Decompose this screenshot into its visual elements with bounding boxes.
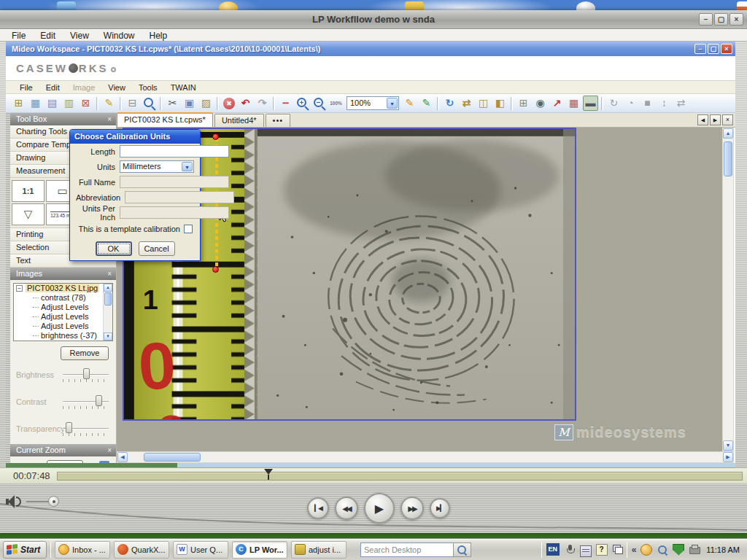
video-frame[interactable]: Mideo Workspace - PICT0032 KS Lt.cpws* (…	[6, 42, 735, 467]
toolbox-close-icon: ×	[107, 113, 112, 125]
scroll-up-icon[interactable]: ▲	[723, 128, 733, 139]
skip-start-button[interactable]: ▎◀	[307, 497, 329, 519]
language-bar-icon[interactable]	[580, 545, 592, 557]
calibration-measure-line[interactable]	[215, 138, 218, 271]
microphone-icon[interactable]	[564, 544, 576, 556]
taskbar-task-button[interactable]: W User Q...	[173, 541, 228, 559]
vertical-scroll-thumb[interactable]	[724, 141, 732, 176]
workspace-title: Mideo Workspace - PICT0032 KS Lt.cpws* (…	[12, 44, 320, 53]
separator	[160, 97, 162, 110]
flip-icon: ⇄	[459, 96, 474, 111]
tab-untitled4: Untitled4*	[214, 114, 264, 127]
tree-scrollbar: ▲ ▼	[103, 284, 112, 341]
delete-annotation-icon: ✖	[223, 98, 235, 109]
canvas-horizontal-scrollbar[interactable]: ◀ ▶	[117, 451, 734, 463]
start-button[interactable]: Start	[3, 541, 47, 559]
taskbar-clock: 11:18 AM	[705, 545, 744, 554]
separator	[511, 97, 513, 110]
tree-child-item: contrast (78)	[14, 293, 112, 303]
playback-time: 00:07:48	[13, 470, 50, 481]
length-input[interactable]	[120, 145, 229, 158]
workspace-menu-item: File	[13, 83, 39, 92]
units-per-inch-label: Units Per Inch	[76, 204, 120, 222]
taskbar-task-button[interactable]: QuarkX...	[114, 541, 169, 559]
length-label: Length	[76, 147, 120, 156]
measure-endpoint-top[interactable]	[212, 133, 219, 140]
player-menu-item[interactable]: View	[63, 31, 96, 41]
current-zoom-panel-header: Current Zoom ×	[10, 444, 116, 456]
horizontal-scroll-thumb[interactable]	[144, 453, 201, 462]
full-name-input	[120, 176, 229, 188]
thumbnail-view-icon: ▦	[28, 96, 43, 111]
slider-thumb	[66, 422, 72, 433]
undo-icon: ↶	[238, 96, 253, 111]
volume-knob[interactable]	[48, 496, 59, 507]
choose-calibration-units-dialog: Choose Calibration Units Length Units Mi…	[69, 129, 201, 261]
scroll-right-icon[interactable]: ▶	[723, 452, 733, 462]
taskbar-separator	[541, 542, 542, 558]
ok-button[interactable]: OK	[96, 241, 132, 256]
units-select[interactable]: Millimeters ▾	[120, 160, 194, 173]
template-calibration-checkbox[interactable]	[184, 225, 193, 233]
calibrate-line-icon: ╌	[278, 96, 293, 111]
workspace-menu-item: Tools	[132, 83, 164, 92]
window-arrange-icon[interactable]	[612, 544, 622, 556]
workspace-restore-button: ▢	[708, 44, 719, 54]
player-menu-item[interactable]: File	[4, 31, 33, 41]
edit-save-icon: ▥	[61, 96, 77, 111]
windows-flag-icon	[7, 544, 18, 555]
clock-tray-icon[interactable]	[640, 544, 652, 556]
player-minimize-button[interactable]: –	[699, 13, 713, 26]
taskbar-task-button[interactable]: adjust i...	[291, 541, 347, 559]
dialog-title-bar[interactable]: Choose Calibration Units	[70, 130, 200, 144]
scroll-down-icon[interactable]: ▼	[723, 440, 733, 451]
zoom-out-icon	[311, 96, 327, 111]
canvas-vertical-scrollbar[interactable]: ▲ ▼	[722, 128, 734, 451]
delete-image-icon: ⊠	[78, 96, 93, 111]
search-tray-icon[interactable]	[657, 544, 668, 556]
logo-small-o-icon	[111, 67, 116, 72]
player-menu-item[interactable]: Window	[96, 31, 142, 41]
tray-overflow-chevron-icon[interactable]: «	[632, 545, 637, 555]
combo-arrow-icon: ▾	[387, 98, 398, 109]
play-button[interactable]: ▶	[364, 493, 395, 524]
printer-tray-icon[interactable]	[689, 544, 700, 556]
sort-disabled-icon: ↕	[657, 96, 672, 111]
images-close-icon: ×	[107, 268, 112, 280]
fast-forward-button[interactable]: ▶▶	[400, 497, 424, 520]
player-title-bar[interactable]: LP Workfllow demo w snda – ▢ ×	[0, 10, 747, 29]
search-button[interactable]	[454, 542, 471, 557]
svg-text:0: 0	[136, 328, 177, 403]
player-menu-item[interactable]: Edit	[33, 31, 63, 41]
transport-buttons: ▎◀ ◀◀ ▶ ▶▶ ▶▎	[295, 488, 462, 529]
bring-forward-icon: ◫	[476, 96, 491, 111]
measure-endpoint-bottom[interactable]	[212, 266, 219, 273]
player-close-button[interactable]: ×	[729, 13, 743, 26]
help-icon[interactable]: ?	[596, 544, 608, 556]
security-tray-icon[interactable]	[673, 544, 684, 556]
print-icon: ⊟	[125, 96, 140, 111]
taskbar-task-button[interactable]: Inbox - ...	[55, 541, 110, 559]
taskbar-separator	[50, 542, 51, 558]
skip-end-button[interactable]: ▶▎	[430, 498, 450, 518]
units-per-inch-input	[120, 206, 229, 219]
player-menu-item[interactable]: Help	[142, 31, 175, 41]
taskbar: Start Inbox - ... QuarkX... W User Q... …	[0, 538, 747, 560]
send-backward-icon: ◧	[492, 96, 508, 111]
image-adjustments-tree: − PICT0032 KS Lt.jpg contrast (78) Adjus…	[13, 283, 113, 341]
toolbox-panel-header: Tool Box ×	[10, 113, 116, 125]
progress-track[interactable]	[57, 472, 743, 481]
player-maximize-button[interactable]: ▢	[714, 13, 728, 26]
tool-triangle: ▽	[12, 203, 44, 225]
taskbar-task-button[interactable]: C LP Wor...	[232, 541, 287, 559]
scroll-left-icon[interactable]: ◀	[117, 452, 128, 462]
rewind-button[interactable]: ◀◀	[335, 497, 358, 520]
cut-icon: ✂	[165, 96, 180, 111]
volume-control[interactable]	[6, 494, 86, 511]
export-image-icon: ↗	[549, 96, 565, 111]
select-arrow-icon[interactable]: ▾	[182, 162, 193, 171]
language-indicator[interactable]: EN	[546, 543, 560, 556]
search-desktop-input[interactable]	[360, 542, 454, 557]
progress-marker[interactable]	[263, 469, 274, 482]
cancel-button[interactable]: Cancel	[139, 241, 175, 256]
